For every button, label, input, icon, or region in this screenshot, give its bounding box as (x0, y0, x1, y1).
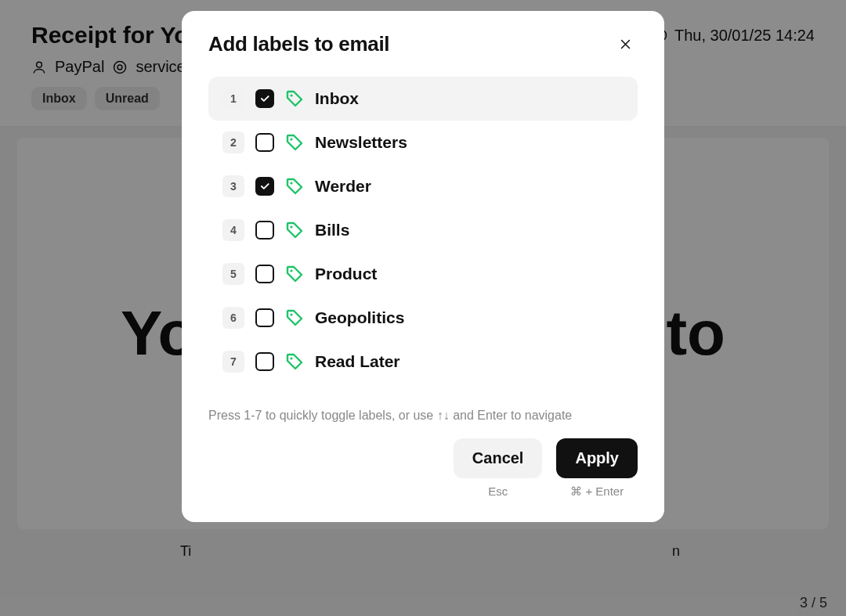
svg-point-7 (290, 225, 292, 228)
label-row[interactable]: 4Bills (208, 208, 638, 252)
label-checkbox[interactable] (255, 265, 274, 283)
label-checkbox[interactable] (255, 89, 274, 108)
row-number-badge: 6 (222, 307, 244, 329)
row-number-badge: 2 (222, 131, 244, 153)
row-number-badge: 4 (222, 219, 244, 241)
label-row[interactable]: 2Newsletters (208, 121, 638, 164)
cancel-shortcut: Esc (488, 485, 508, 498)
label-name: Werder (315, 177, 371, 196)
row-number-badge: 5 (222, 263, 244, 285)
tag-icon (285, 352, 304, 371)
svg-point-4 (290, 94, 292, 96)
close-button[interactable] (613, 31, 638, 56)
label-checkbox[interactable] (255, 133, 274, 152)
labels-list: 1Inbox2Newsletters3Werder4Bills5Product6… (208, 77, 638, 384)
add-labels-modal: Add labels to email 1Inbox2Newsletters3W… (182, 11, 664, 522)
label-name: Inbox (315, 89, 359, 108)
close-icon (619, 38, 632, 51)
svg-point-5 (290, 138, 292, 140)
svg-point-8 (290, 269, 292, 272)
apply-shortcut: ⌘ + Enter (570, 485, 624, 499)
label-checkbox[interactable] (255, 221, 274, 240)
check-icon (259, 181, 270, 192)
apply-button[interactable]: Apply (556, 438, 638, 478)
label-name: Read Later (315, 352, 400, 371)
row-number-badge: 1 (222, 88, 244, 110)
cancel-button[interactable]: Cancel (454, 438, 543, 478)
label-row[interactable]: 7Read Later (208, 340, 638, 384)
modal-actions: Cancel Esc Apply ⌘ + Enter (208, 438, 638, 499)
tag-icon (285, 89, 304, 108)
check-icon (259, 93, 270, 104)
svg-point-6 (290, 182, 292, 184)
tag-icon (285, 133, 304, 152)
tag-icon (285, 221, 304, 240)
modal-title: Add labels to email (208, 32, 389, 56)
row-number-badge: 7 (222, 351, 244, 373)
tag-icon (285, 265, 304, 283)
svg-point-9 (290, 313, 292, 315)
label-name: Newsletters (315, 133, 407, 152)
label-name: Product (315, 265, 377, 283)
keyboard-hint: Press 1-7 to quickly toggle labels, or u… (208, 409, 638, 423)
label-checkbox[interactable] (255, 177, 274, 196)
label-row[interactable]: 1Inbox (208, 77, 638, 121)
svg-point-10 (290, 357, 292, 359)
tag-icon (285, 177, 304, 196)
label-row[interactable]: 3Werder (208, 164, 638, 208)
label-checkbox[interactable] (255, 308, 274, 327)
label-name: Bills (315, 221, 349, 240)
tag-icon (285, 308, 304, 327)
label-name: Geopolitics (315, 308, 404, 327)
label-row[interactable]: 6Geopolitics (208, 296, 638, 340)
row-number-badge: 3 (222, 175, 244, 197)
label-checkbox[interactable] (255, 352, 274, 371)
label-row[interactable]: 5Product (208, 252, 638, 296)
